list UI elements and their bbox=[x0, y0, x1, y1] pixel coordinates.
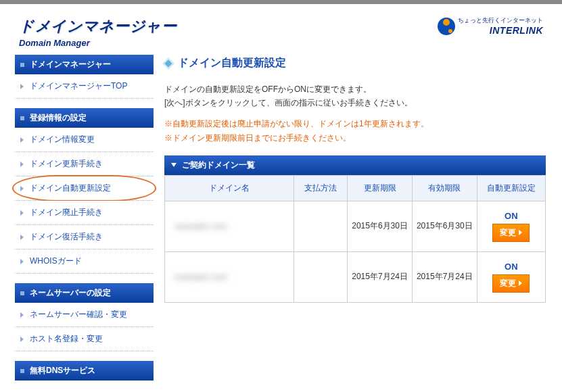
sidebar-item-whois[interactable]: WHOISガード bbox=[15, 249, 154, 274]
col-auto: 自動更新設定 bbox=[477, 175, 545, 201]
payment-cell bbox=[294, 201, 348, 251]
change-button-label: 変更 bbox=[500, 227, 516, 239]
brand-title: ドメインマネージャー bbox=[19, 16, 177, 36]
main-content: ドメイン自動更新設定 ドメインの自動更新設定をOFFからONに変更できます。 [… bbox=[154, 55, 561, 381]
expiry-cell: 2015年7月24日 bbox=[412, 251, 477, 302]
notice-text: ※自動更新設定後は廃止申請がない限り、ドメインは1年更新されます。 ※ドメイン更… bbox=[164, 117, 546, 146]
col-payment: 支払方法 bbox=[294, 175, 348, 201]
col-expiry: 有効期限 bbox=[412, 175, 477, 201]
auto-status: ON bbox=[482, 262, 541, 272]
brand-block: ドメインマネージャー Domain Manager bbox=[19, 16, 177, 48]
arrow-right-icon bbox=[519, 280, 522, 286]
intro-text: ドメインの自動更新設定をOFFからONに変更できます。 [次へ]ボタンをクリック… bbox=[164, 82, 546, 110]
domain-name-cell: example2.com bbox=[174, 272, 227, 282]
col-renewal: 更新期限 bbox=[348, 175, 413, 201]
table-title: ご契約ドメイン一覧 bbox=[164, 155, 546, 175]
auto-status: ON bbox=[482, 211, 541, 221]
notice-line-2: ※ドメイン更新期限前日までにお手続きください。 bbox=[164, 131, 546, 146]
sidebar-item-renewal[interactable]: ドメイン更新手続き bbox=[15, 152, 154, 176]
brand-subtitle: Domain Manager bbox=[19, 38, 177, 48]
interlink-name: INTERLINK bbox=[490, 25, 543, 36]
payment-cell bbox=[294, 251, 348, 302]
sidebar-header-registration: 登録情報の設定 bbox=[15, 108, 154, 128]
change-button[interactable]: 変更 bbox=[492, 274, 530, 293]
sidebar-header-nameserver: ネームサーバーの設定 bbox=[15, 283, 154, 303]
diamond-icon bbox=[163, 57, 174, 69]
sidebar-item-auto-renewal[interactable]: ドメイン自動更新設定 bbox=[15, 176, 154, 201]
notice-line-1: ※自動更新設定後は廃止申請がない限り、ドメインは1年更新されます。 bbox=[164, 117, 546, 132]
sidebar-header-dns: 無料DNSサービス bbox=[15, 361, 154, 381]
sidebar-item-restore[interactable]: ドメイン復活手続き bbox=[15, 225, 154, 249]
arrow-right-icon bbox=[519, 230, 522, 235]
page-title-text: ドメイン自動更新設定 bbox=[178, 56, 286, 70]
sidebar-item-info-change[interactable]: ドメイン情報変更 bbox=[15, 128, 154, 152]
intro-line-2: [次へ]ボタンをクリックして、画面の指示に従いお手続きください。 bbox=[164, 96, 546, 109]
renewal-cell: 2015年7月24日 bbox=[348, 251, 413, 302]
sidebar-item-top[interactable]: ドメインマネージャーTOP bbox=[15, 74, 154, 99]
expiry-cell: 2015年6月30日 bbox=[412, 201, 477, 251]
domain-name-cell: example1.com bbox=[174, 222, 227, 231]
table-row: example2.com 2015年7月24日 2015年7月24日 ON 変更 bbox=[165, 251, 546, 302]
domain-table: ドメイン名 支払方法 更新期限 有効期限 自動更新設定 example1.com… bbox=[164, 175, 546, 303]
page-title: ドメイン自動更新設定 bbox=[164, 56, 546, 70]
interlink-tagline: ちょっと先行くインターネット bbox=[458, 16, 543, 25]
change-button-label: 変更 bbox=[500, 278, 516, 289]
sidebar: ドメインマネージャー ドメインマネージャーTOP 登録情報の設定 ドメイン情報変… bbox=[1, 55, 154, 381]
sidebar-item-ns-check[interactable]: ネームサーバー確認・変更 bbox=[15, 303, 154, 327]
sidebar-item-host[interactable]: ホスト名登録・変更 bbox=[15, 327, 154, 351]
col-domain: ドメイン名 bbox=[165, 175, 294, 201]
intro-line-1: ドメインの自動更新設定をOFFからONに変更できます。 bbox=[164, 82, 546, 96]
renewal-cell: 2015年6月30日 bbox=[348, 201, 413, 251]
interlink-logo: ちょっと先行くインターネット INTERLINK bbox=[438, 16, 543, 36]
table-row: example1.com 2015年6月30日 2015年6月30日 ON 変更 bbox=[165, 201, 546, 251]
sidebar-header-manager: ドメインマネージャー bbox=[15, 55, 154, 74]
interlink-icon bbox=[438, 18, 455, 35]
change-button[interactable]: 変更 bbox=[492, 224, 530, 242]
sidebar-item-abolish[interactable]: ドメイン廃止手続き bbox=[15, 201, 154, 225]
